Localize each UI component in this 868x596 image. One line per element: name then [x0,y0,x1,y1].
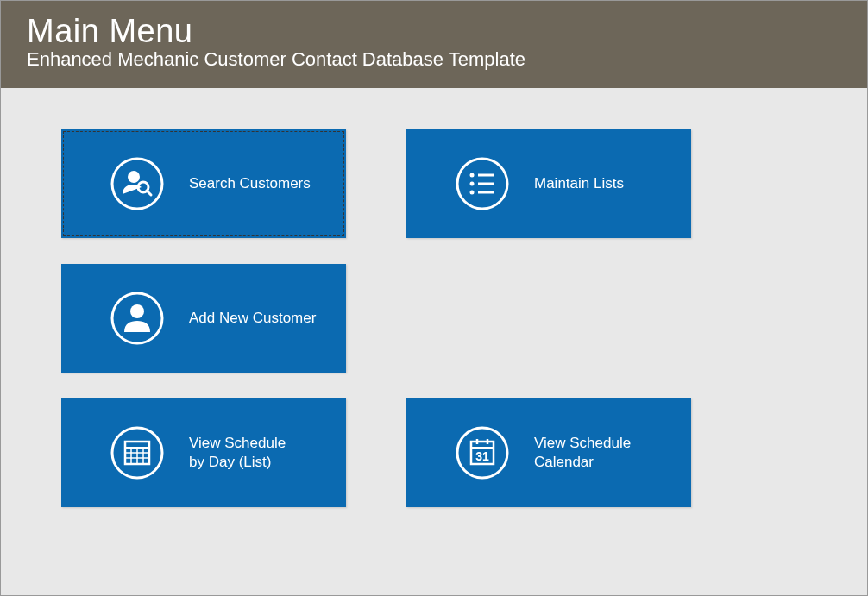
calendar-grid-icon [110,425,165,480]
tile-label: Search Customers [189,174,311,193]
svg-point-5 [470,173,475,178]
add-new-customer-button[interactable]: Add New Customer [61,264,346,373]
header: Main Menu Enhanced Mechanic Customer Con… [1,1,867,88]
page-subtitle: Enhanced Mechanic Customer Contact Datab… [27,48,841,71]
svg-point-1 [128,171,140,183]
list-icon [455,156,510,211]
view-schedule-by-day-button[interactable]: View Schedule by Day (List) [61,398,346,507]
page-title: Main Menu [27,13,841,50]
tile-label: Maintain Lists [534,174,624,193]
maintain-lists-button[interactable]: Maintain Lists [406,129,691,238]
tile-row: Add New Customer [61,264,807,373]
svg-point-9 [470,191,475,195]
tile-label: View Schedule by Day (List) [189,434,286,472]
calendar-day-icon: 31 [455,425,510,480]
svg-line-3 [147,191,151,195]
tile-label: Add New Customer [189,309,316,328]
svg-text:31: 31 [475,449,489,463]
tile-row: Search Customers Maintain Lists [61,129,807,238]
tile-label: View Schedule Calendar [534,434,631,472]
svg-point-0 [112,159,162,209]
view-schedule-calendar-button[interactable]: 31 View Schedule Calendar [406,398,691,507]
svg-point-12 [130,304,144,318]
svg-point-7 [470,182,475,186]
tile-row: View Schedule by Day (List) 31 View Sche… [61,398,807,507]
content-area: Search Customers Maintain Lists [1,88,867,549]
tile-grid: Search Customers Maintain Lists [61,129,807,507]
search-customers-button[interactable]: Search Customers [61,129,346,238]
person-icon [110,291,165,346]
person-search-icon [110,156,165,211]
